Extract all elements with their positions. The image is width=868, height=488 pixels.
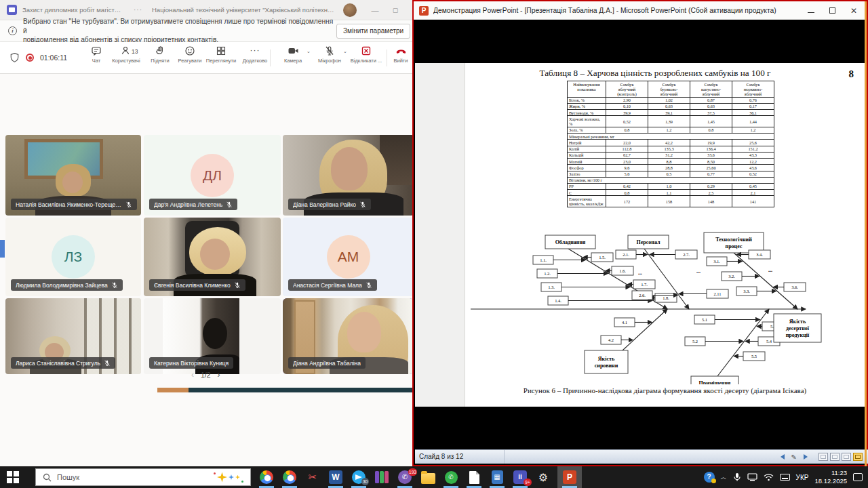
settings-gear-icon[interactable]: ⚙ (533, 468, 553, 486)
table-row: Енергетична цінність, ккал/кДж1721581481… (568, 196, 774, 207)
next-slide-icon[interactable] (804, 454, 808, 460)
participant-tile[interactable]: ЛЗЛюдмила Володимирівна Зайцева (5, 218, 141, 296)
svg-text:сировини: сировини (595, 363, 618, 369)
svg-text:1.2.: 1.2. (544, 271, 551, 276)
participant-tile[interactable]: Діана Валеріївна Райко (283, 135, 414, 216)
teams-tab-title[interactable]: Захист дипломних робіт магістрів гр. ... (22, 6, 124, 14)
svg-text:Якість: Якість (789, 319, 806, 325)
open-app-indicator (397, 486, 412, 488)
telegram-icon[interactable]: 30 (349, 468, 369, 486)
view-button[interactable]: Переглянути (205, 45, 237, 64)
powerpoint-app-icon: P (419, 6, 429, 16)
normal-view-button[interactable] (818, 453, 828, 461)
chrome-icon[interactable] (256, 468, 277, 486)
participants-gallery: Наталія Василівна Якименко-ТерещенкоДЛДа… (0, 74, 420, 466)
open-app-indicator (562, 486, 577, 488)
participant-tile[interactable]: Наталія Василівна Якименко-Терещенко (5, 135, 141, 216)
restore-button[interactable]: ▢ (385, 7, 406, 14)
chrome-profile2-icon[interactable] (279, 468, 300, 486)
calculator-icon[interactable]: ▦ (487, 468, 507, 486)
page-next-icon[interactable]: › (218, 370, 220, 380)
info-icon: i (8, 26, 17, 35)
tray-display-icon[interactable] (747, 473, 757, 481)
react-button[interactable]: Реагувати (174, 45, 206, 64)
participant-name-label: Євгенія Василівна Клименко (149, 279, 245, 291)
start-button[interactable] (7, 471, 19, 483)
participant-tile[interactable]: Катерина Вікторівна Куниця (144, 298, 281, 374)
notification-text: Вибрано стан "Не турбувати". Ви отримува… (23, 17, 336, 45)
clock[interactable]: 11:23 18.12.2025 (814, 469, 847, 485)
tray-mic-icon[interactable] (733, 472, 741, 482)
svg-text:1.6.: 1.6. (619, 268, 626, 273)
taskbar-search[interactable]: Пошук (35, 468, 251, 486)
avatar[interactable] (343, 3, 357, 17)
participant-name-label: Людмила Володимирівна Зайцева (11, 279, 123, 291)
slide-sorter-view-button[interactable] (830, 453, 840, 461)
snipping-tool-icon[interactable]: ✂ (302, 468, 323, 486)
svg-text:3.1.: 3.1. (713, 259, 720, 264)
diagram-box: Персонал (628, 235, 669, 249)
participant-tile[interactable]: АМАнастасія Сергіївна Мала (283, 218, 414, 296)
svg-text:1.7.: 1.7. (641, 282, 648, 287)
teams-app-icon[interactable]: ii 9+ (510, 468, 530, 486)
touch-keyboard-icon[interactable] (780, 474, 790, 481)
ishikawa-diagram: Обладнання1.1.1.2.1.3.1.4.1.5.1.6.1.7.1.… (465, 231, 865, 384)
document-icon[interactable] (464, 468, 484, 486)
svg-text:1.3.: 1.3. (548, 285, 555, 289)
participant-tile[interactable]: Лариса Станіславівна Стригуль (5, 298, 141, 374)
language-indicator[interactable]: УКР (796, 474, 809, 481)
diagram-box: 3.1. (707, 257, 727, 266)
svg-text:Якість: Якість (598, 356, 615, 362)
more-button[interactable]: ··· Додатково (239, 45, 271, 64)
minimize-button[interactable] (808, 12, 814, 13)
table-section-row: Вітаміни, мг/100 г (568, 177, 774, 183)
action-center-icon[interactable] (853, 473, 863, 481)
diagram-box: 3.6. (784, 283, 806, 291)
camera-button[interactable]: Камера (277, 45, 309, 64)
close-button[interactable]: ✕ (850, 7, 857, 15)
pen-tool-icon[interactable]: ✎ (791, 453, 797, 461)
search-placeholder: Пошук (57, 473, 79, 481)
change-settings-button[interactable]: Змінити параметри (336, 24, 410, 39)
figure-caption: Рисунок 6 – Причинно-наслідкова діаграма… (465, 386, 865, 394)
diagram-box: 3.2. (722, 272, 742, 281)
get-help-icon[interactable]: ? (704, 472, 715, 483)
slideshow-view-button[interactable] (853, 453, 863, 461)
minimize-button[interactable]: — (365, 6, 385, 14)
green-call-app-icon[interactable]: ✆ (441, 468, 461, 486)
previous-slide-icon[interactable] (781, 454, 785, 460)
mic-muted-icon (111, 282, 118, 289)
participant-tile[interactable]: Євгенія Василівна Клименко (144, 218, 281, 296)
wifi-icon[interactable] (764, 473, 774, 481)
participant-name: Діана Андріївна Табаліна (293, 360, 361, 367)
leave-button[interactable]: Вийти (389, 45, 412, 64)
svg-text:Персонал: Персонал (637, 239, 660, 245)
svg-text:десертної: десертної (786, 325, 810, 331)
winrar-icon[interactable] (372, 468, 392, 486)
maximize-button[interactable] (829, 7, 835, 14)
diagram-box: 2.6. (632, 291, 652, 300)
tray-chevron-icon[interactable]: ︿ (721, 473, 727, 482)
page-prev-icon[interactable]: ‹ (191, 370, 194, 380)
participant-tile[interactable]: Діана Андріївна Табаліна (283, 298, 414, 374)
powerpoint-taskbar-icon[interactable]: P (559, 468, 580, 486)
powerpoint-window: P Демонстрация PowerPoint - [Презентація… (412, 0, 868, 466)
participant-tile[interactable]: ДЛДар'я Андріївна Лепетень (144, 135, 281, 216)
word-icon[interactable]: W (326, 468, 346, 486)
camera-chevron-icon[interactable]: ⌄ (307, 49, 311, 54)
viber-icon[interactable]: ✆ 193 (395, 468, 415, 486)
diagram-box: Обладнання (545, 235, 595, 249)
svg-text:3.2.: 3.2. (728, 274, 735, 279)
mic-chevron-icon[interactable]: ⌄ (343, 49, 347, 54)
file-explorer-icon[interactable] (418, 468, 438, 486)
participants-button[interactable]: 13 Користувачі (110, 45, 142, 64)
reading-view-button[interactable] (842, 453, 851, 461)
powerpoint-titlebar[interactable]: P Демонстрация PowerPoint - [Презентація… (414, 1, 867, 20)
recall-button[interactable]: Відкликати ... (350, 45, 382, 64)
svg-text:5.5: 5.5 (751, 354, 757, 359)
mic-button[interactable]: Мікрофон (313, 45, 346, 64)
search-highlights-icon[interactable] (214, 472, 250, 483)
raise-hand-button[interactable]: Підняти (144, 45, 176, 64)
chat-button[interactable]: Чат (80, 45, 113, 64)
table-row: Жири, %0,100,630,630,17 (568, 103, 774, 109)
